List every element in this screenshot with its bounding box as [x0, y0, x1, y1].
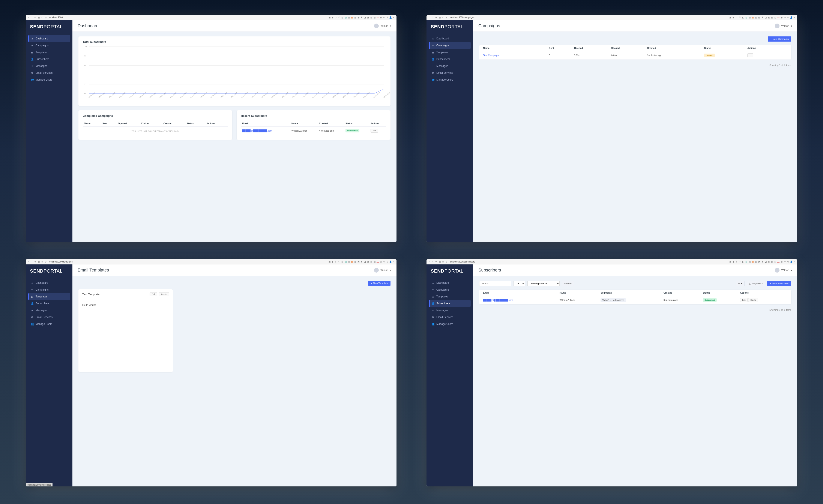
grid-icon[interactable]: ▦	[38, 261, 40, 263]
logo[interactable]: SENDPORTAL	[427, 265, 473, 278]
nav-back-icon[interactable]: ‹	[27, 261, 30, 263]
ext-icon[interactable]: ↻	[383, 16, 385, 19]
ext-icon[interactable]: ⚙	[386, 16, 388, 19]
ext-icon[interactable]: ▷	[335, 16, 337, 19]
sidebar-item-subscribers[interactable]: 👤Subscribers	[429, 300, 471, 307]
sidebar-item-manage-users[interactable]: 👥Manage Users	[28, 76, 70, 83]
new-campaign-button[interactable]: +New Campaign	[768, 36, 791, 41]
url-bar[interactable]: localhost:9000/campaigns	[450, 16, 475, 19]
sidebar-item-campaigns[interactable]: ✉Campaigns	[429, 286, 471, 293]
search-input[interactable]	[479, 281, 511, 286]
segments-button[interactable]: ◫Segments	[747, 281, 765, 286]
filter-all-select[interactable]: All	[513, 281, 525, 286]
ext-icon[interactable]: ◩	[357, 16, 359, 19]
logo[interactable]: SENDPORTAL	[26, 20, 72, 33]
sidebar-item-templates[interactable]: ▤Templates	[28, 293, 70, 300]
delete-button[interactable]: Delete	[159, 292, 169, 296]
sidebar-item-messages[interactable]: ✈Messages	[28, 62, 70, 69]
edit-button[interactable]: Edit	[370, 129, 378, 133]
sidebar-item-dashboard[interactable]: ⌂Dashboard	[28, 280, 70, 286]
ext-icon[interactable]: ▬	[376, 16, 379, 19]
sidebar-item-manage-users[interactable]: 👥Manage Users	[28, 321, 70, 327]
grid-icon[interactable]: ▦	[439, 261, 441, 263]
shield-icon[interactable]: ▭	[41, 261, 43, 263]
sidebar-item-campaigns[interactable]: ✉Campaigns	[28, 286, 70, 293]
nav-fwd-icon[interactable]: ›	[31, 261, 33, 263]
delete-button[interactable]: Delete	[748, 298, 758, 302]
nav-icon: ✉	[432, 289, 434, 291]
ext-icon[interactable]: ◆	[332, 16, 334, 19]
nav-back-icon[interactable]: ‹	[428, 16, 430, 19]
search-button[interactable]: Search	[562, 281, 574, 286]
ext-icon[interactable]: 👤	[389, 16, 391, 19]
sidebar-item-dashboard[interactable]: ⌂Dashboard	[429, 280, 471, 286]
ext-icon[interactable]: ▤	[348, 16, 350, 19]
sidebar-item-manage-users[interactable]: 👥Manage Users	[429, 76, 471, 83]
nav-fwd-icon[interactable]: ›	[432, 261, 434, 263]
user-menu[interactable]: Wildan ▾	[374, 24, 391, 28]
sidebar-item-campaigns[interactable]: ✉Campaigns	[429, 42, 471, 49]
sidebar-item-dashboard[interactable]: ⌂Dashboard	[28, 35, 70, 42]
user-menu[interactable]: Wildan▾	[775, 24, 792, 28]
reload-icon[interactable]: ⟳	[34, 261, 36, 263]
ext-icon[interactable]: ▦	[351, 16, 353, 19]
url-bar[interactable]: localhost:9000/templates	[49, 261, 73, 263]
ext-icon[interactable]: ◉	[380, 16, 382, 19]
new-subscriber-button[interactable]: +New Subscriber	[767, 281, 791, 286]
campaign-link[interactable]: Test Campaign	[483, 54, 499, 56]
email-link[interactable]: █████@█.███████.com	[242, 130, 272, 132]
ext-icon[interactable]: ▥	[354, 16, 356, 19]
view-toggle-button[interactable]: ☰ ▾	[736, 281, 745, 286]
new-template-button[interactable]: +New Template	[368, 281, 390, 286]
ext-icon[interactable]: ⬇	[360, 16, 363, 19]
shield-icon[interactable]: ▭	[442, 261, 444, 263]
menu-icon[interactable]: ≡	[393, 16, 395, 19]
ext-icon[interactable]: ◪	[364, 16, 366, 19]
sidebar-item-messages[interactable]: ✈Messages	[429, 307, 471, 314]
nav-back-icon[interactable]: ‹	[27, 16, 30, 19]
sidebar-item-email-services[interactable]: ⚙Email Services	[28, 69, 70, 76]
sidebar-item-templates[interactable]: ▤Templates	[429, 293, 471, 300]
grid-icon[interactable]: ▦	[439, 16, 441, 19]
ext-icon[interactable]: ◫	[344, 16, 347, 19]
ext-icon[interactable]: ♡	[338, 16, 340, 19]
ext-icon[interactable]: ◫	[373, 16, 375, 19]
sidebar-item-messages[interactable]: ✈Messages	[429, 62, 471, 69]
nav-fwd-icon[interactable]: ›	[432, 16, 434, 19]
edit-button[interactable]: Edit	[150, 292, 157, 296]
email-link[interactable]: █████@█.███████.com	[483, 299, 513, 301]
reload-icon[interactable]: ⟳	[435, 261, 437, 263]
ext-icon[interactable]: ▤	[370, 16, 372, 19]
shield-icon[interactable]: ▭	[41, 16, 43, 19]
sidebar-item-email-services[interactable]: ⚙Email Services	[429, 69, 471, 76]
url-bar[interactable]: localhost:9000/subscribers	[450, 261, 475, 263]
sidebar-item-dashboard[interactable]: ⌂Dashboard	[429, 35, 471, 42]
filter-segment-select[interactable]: Nothing selected	[527, 281, 559, 286]
logo[interactable]: SENDPORTAL	[26, 265, 72, 278]
ext-icon[interactable]: ▣	[367, 16, 369, 19]
nav-back-icon[interactable]: ‹	[428, 261, 430, 263]
url-bar[interactable]: localhost:9000	[49, 16, 63, 19]
user-menu[interactable]: Wildan▾	[775, 268, 792, 273]
sidebar-item-templates[interactable]: ▤Templates	[28, 49, 70, 56]
grid-icon[interactable]: ▦	[38, 16, 40, 19]
ext-icon[interactable]: ◧	[341, 16, 343, 19]
reload-icon[interactable]: ⟳	[435, 16, 437, 19]
sidebar-item-templates[interactable]: ▤Templates	[429, 49, 471, 56]
sidebar-item-subscribers[interactable]: 👤Subscribers	[28, 56, 70, 62]
reload-icon[interactable]: ⟳	[34, 16, 36, 19]
user-menu[interactable]: Wildan▾	[374, 268, 391, 273]
sidebar-item-email-services[interactable]: ⚙Email Services	[429, 314, 471, 321]
sidebar-item-subscribers[interactable]: 👤Subscribers	[28, 300, 70, 307]
nav-fwd-icon[interactable]: ›	[31, 16, 33, 19]
sidebar-item-messages[interactable]: ✈Messages	[28, 307, 70, 314]
edit-button[interactable]: Edit	[740, 298, 748, 302]
shield-icon[interactable]: ▭	[442, 16, 444, 19]
sidebar-item-subscribers[interactable]: 👤Subscribers	[429, 56, 471, 62]
row-actions-button[interactable]: ...	[747, 53, 753, 57]
ext-icon[interactable]: ▣	[328, 16, 330, 19]
logo[interactable]: SENDPORTAL	[427, 20, 473, 33]
sidebar-item-campaigns[interactable]: ✉Campaigns	[28, 42, 70, 49]
sidebar-item-manage-users[interactable]: 👥Manage Users	[429, 321, 471, 327]
sidebar-item-email-services[interactable]: ⚙Email Services	[28, 314, 70, 321]
